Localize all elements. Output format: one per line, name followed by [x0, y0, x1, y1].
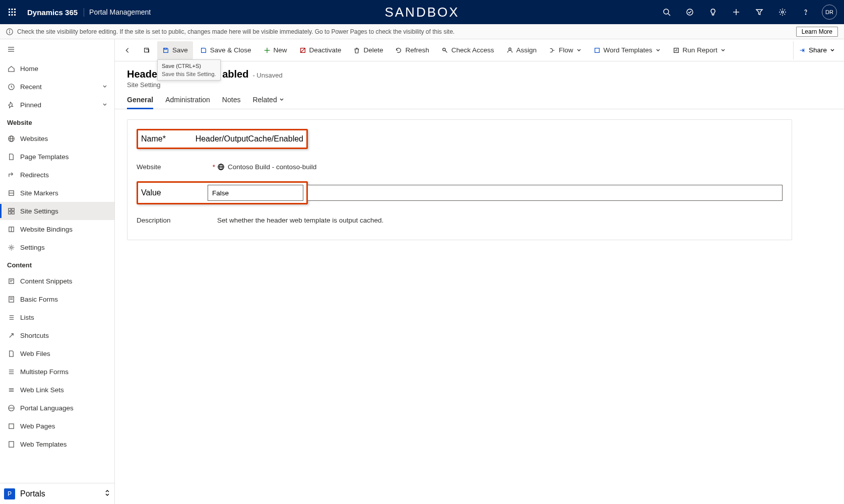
info-icon — [6, 28, 13, 35]
field-value-website[interactable]: Contoso Build - contoso-build — [228, 163, 316, 171]
svg-point-15 — [782, 11, 784, 13]
nav-toggle[interactable] — [0, 39, 114, 59]
highlight-name-field: Name* Header/OutputCache/Enabled — [137, 129, 308, 149]
sidebar-item-label: Page Templates — [20, 153, 69, 161]
sidebar-item-label: Pinned — [20, 101, 41, 109]
cmd-label: Delete — [363, 46, 383, 54]
app-launcher-button[interactable] — [3, 3, 21, 21]
sidebar-item-multistep-forms[interactable]: Multistep Forms — [0, 363, 114, 381]
report-icon — [673, 47, 680, 54]
svg-rect-29 — [8, 208, 11, 210]
cmd-label: Refresh — [405, 46, 429, 54]
save-close-button[interactable]: Save & Close — [195, 41, 256, 59]
sidebar-item-label: Home — [20, 65, 38, 73]
popout-icon — [143, 47, 150, 54]
help-button[interactable] — [795, 0, 817, 24]
back-button[interactable] — [119, 41, 136, 59]
app-switcher[interactable]: P Portals — [0, 483, 114, 504]
svg-point-9 — [664, 9, 669, 14]
svg-rect-7 — [12, 14, 13, 16]
settings-button[interactable] — [771, 0, 794, 24]
delete-button[interactable]: Delete — [348, 41, 388, 59]
svg-rect-3 — [9, 12, 10, 13]
run-report-button[interactable]: Run Report — [668, 41, 731, 59]
ideas-button[interactable] — [702, 0, 724, 24]
sidebar-item-page-templates[interactable]: Page Templates — [0, 148, 114, 166]
sidebar-item-recent[interactable]: Recent — [0, 78, 114, 96]
tab-general[interactable]: General — [127, 96, 153, 109]
tab-administration[interactable]: Administration — [165, 96, 210, 109]
cmd-label: Assign — [516, 46, 537, 54]
app-switch-badge: P — [4, 488, 15, 499]
cmd-label: Run Report — [683, 46, 718, 54]
check-access-button[interactable]: Check Access — [436, 41, 499, 59]
form-tabs: General Administration Notes Related — [115, 89, 844, 109]
task-button[interactable] — [679, 0, 701, 24]
learn-more-button[interactable]: Learn More — [796, 27, 838, 37]
globe-icon — [217, 163, 225, 171]
sidebar-item-web-pages[interactable]: Web Pages — [0, 417, 114, 435]
cmd-label: Share — [809, 46, 827, 54]
cmd-label: Check Access — [451, 46, 494, 54]
record-title: Header/Ou abled - Unsaved — [127, 68, 832, 80]
field-value-name[interactable]: Header/OutputCache/Enabled — [196, 132, 303, 146]
redirect-icon — [8, 171, 15, 179]
lightbulb-icon — [709, 8, 717, 16]
notification-bar: Check the site visibility before editing… — [0, 24, 844, 39]
sidebar-item-basic-forms[interactable]: Basic Forms — [0, 290, 114, 308]
deactivate-button[interactable]: Deactivate — [294, 41, 347, 59]
chevron-down-icon — [279, 97, 284, 102]
sidebar-item-home[interactable]: Home — [0, 59, 114, 78]
chevron-down-icon — [830, 48, 835, 53]
add-button[interactable] — [725, 0, 747, 24]
filter-button[interactable] — [748, 0, 770, 24]
sidebar-item-label: Site Markers — [20, 189, 58, 197]
assign-button[interactable]: Assign — [501, 41, 542, 59]
refresh-button[interactable]: Refresh — [390, 41, 434, 59]
sidebar-item-label: Settings — [20, 244, 45, 251]
sidebar-item-websites[interactable]: Websites — [0, 129, 114, 148]
word-icon — [594, 47, 601, 54]
user-avatar[interactable]: DR — [822, 5, 837, 20]
refresh-icon — [395, 47, 402, 54]
sidebar-item-web-link-sets[interactable]: Web Link Sets — [0, 381, 114, 399]
snippet-icon — [8, 277, 15, 285]
sidebar-item-site-settings[interactable]: Site Settings — [0, 202, 114, 220]
sidebar-item-site-markers[interactable]: Site Markers — [0, 184, 114, 202]
sidebar-item-redirects[interactable]: Redirects — [0, 166, 114, 184]
svg-rect-64 — [674, 48, 678, 52]
globe-icon — [8, 135, 15, 142]
plus-icon — [264, 47, 271, 54]
field-label-website: Website — [137, 163, 161, 171]
search-button[interactable] — [656, 0, 678, 24]
cmd-label: Save & Close — [210, 46, 251, 54]
brand-label[interactable]: Dynamics 365 — [21, 8, 84, 17]
sidebar-item-content-snippets[interactable]: Content Snippets — [0, 272, 114, 290]
field-input-value[interactable] — [208, 185, 303, 201]
sidebar-item-shortcuts[interactable]: Shortcuts — [0, 326, 114, 344]
chevron-down-icon — [576, 48, 581, 53]
sidebar-item-web-files[interactable]: Web Files — [0, 344, 114, 363]
sidebar-item-settings[interactable]: Settings — [0, 238, 114, 256]
field-label-value: Value — [141, 188, 161, 197]
save-button[interactable]: Save Save (CTRL+S) Save this Site Settin… — [157, 41, 193, 59]
sidebar-item-pinned[interactable]: Pinned — [0, 96, 114, 114]
tab-related[interactable]: Related — [252, 96, 284, 109]
word-templates-button[interactable]: Word Templates — [589, 41, 666, 59]
svg-point-19 — [10, 30, 10, 30]
flow-button[interactable]: Flow — [544, 41, 587, 59]
sidebar-item-web-templates[interactable]: Web Templates — [0, 435, 114, 453]
field-input-value-extended[interactable] — [308, 185, 783, 201]
sidebar-item-lists[interactable]: Lists — [0, 308, 114, 326]
marker-icon — [8, 189, 15, 197]
open-new-window-button[interactable] — [138, 41, 155, 59]
new-button[interactable]: New — [258, 41, 292, 59]
sidebar-item-website-bindings[interactable]: Website Bindings — [0, 220, 114, 238]
side-navigation: Home Recent Pinned Website Websites Page… — [0, 39, 115, 504]
tab-notes[interactable]: Notes — [222, 96, 241, 109]
field-value-description[interactable]: Set whether the header web template is o… — [217, 217, 383, 224]
app-name-label: Portal Management — [89, 8, 151, 16]
share-button[interactable]: Share — [793, 41, 840, 59]
command-bar: Save Save (CTRL+S) Save this Site Settin… — [115, 39, 844, 61]
sidebar-item-portal-languages[interactable]: Portal Languages — [0, 399, 114, 417]
